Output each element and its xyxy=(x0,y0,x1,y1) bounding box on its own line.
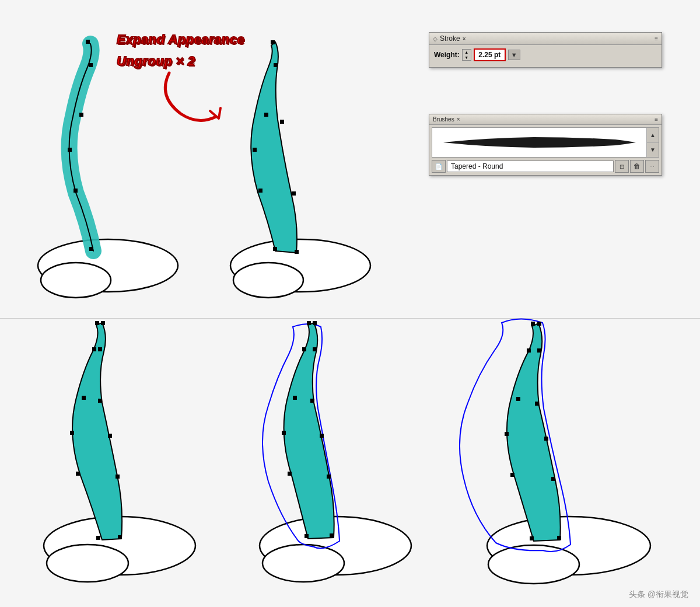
svg-rect-6 xyxy=(74,189,78,193)
svg-rect-50 xyxy=(537,322,541,326)
svg-rect-7 xyxy=(89,247,93,251)
svg-rect-41 xyxy=(282,431,286,435)
brush-options-button[interactable]: ⊡ xyxy=(615,160,629,173)
svg-rect-44 xyxy=(327,475,331,479)
svg-rect-54 xyxy=(535,402,539,406)
brush-trash-icon: 🗑 xyxy=(634,162,640,170)
brushes-panel: Brushes × ≡ ▲ ▼ 📄 Tapered - Rou xyxy=(429,114,662,176)
svg-rect-36 xyxy=(313,321,317,325)
svg-rect-43 xyxy=(288,472,292,476)
brush-preview-area: ▲ ▼ xyxy=(432,127,659,158)
top-left-illustration xyxy=(18,35,187,309)
stroke-panel: ◇ Stroke × ≡ Weight: ▲ ▼ 2.25 pt ▼ xyxy=(429,32,662,68)
svg-rect-3 xyxy=(89,63,93,67)
stroke-panel-titlebar: ◇ Stroke × ≡ xyxy=(429,33,662,45)
brush-more-icon: ··· xyxy=(649,164,655,169)
weight-value-display[interactable]: 2.25 pt xyxy=(474,48,506,61)
svg-rect-22 xyxy=(101,321,105,325)
stroke-panel-close-icon[interactable]: × xyxy=(463,36,466,42)
svg-rect-11 xyxy=(274,63,278,67)
stroke-panel-body: Weight: ▲ ▼ 2.25 pt ▼ xyxy=(429,45,662,67)
weight-spinner-down[interactable]: ▼ xyxy=(463,55,471,60)
brush-name-display: Tapered - Round xyxy=(447,161,614,172)
svg-rect-31 xyxy=(96,536,100,540)
svg-rect-56 xyxy=(544,437,548,441)
svg-rect-37 xyxy=(302,347,306,351)
stroke-panel-menu-icon[interactable]: ≡ xyxy=(654,36,658,42)
svg-rect-29 xyxy=(76,472,80,476)
svg-rect-59 xyxy=(530,536,534,540)
svg-rect-25 xyxy=(82,396,86,400)
svg-rect-58 xyxy=(551,477,555,481)
svg-point-34 xyxy=(262,545,344,582)
brush-dots-button[interactable]: ··· xyxy=(645,160,659,173)
svg-rect-39 xyxy=(293,396,297,400)
svg-rect-26 xyxy=(98,399,102,403)
brush-new-button[interactable]: 📄 xyxy=(432,160,446,173)
brush-scroll-up-button[interactable]: ▲ xyxy=(647,128,659,143)
weight-spinner[interactable]: ▲ ▼ xyxy=(462,49,471,61)
svg-rect-12 xyxy=(264,113,268,117)
svg-rect-23 xyxy=(92,347,96,351)
svg-rect-40 xyxy=(310,399,314,403)
svg-rect-32 xyxy=(118,535,122,539)
brushes-panel-titlebar: Brushes × ≡ xyxy=(429,114,662,125)
svg-rect-35 xyxy=(307,321,311,325)
stroke-panel-title: Stroke xyxy=(440,34,460,43)
svg-rect-24 xyxy=(98,347,102,351)
svg-rect-57 xyxy=(510,473,514,477)
svg-rect-18 xyxy=(295,250,299,254)
svg-rect-45 xyxy=(304,534,309,538)
svg-rect-60 xyxy=(557,536,561,540)
stroke-weight-row: Weight: ▲ ▼ 2.25 pt ▼ xyxy=(434,48,657,61)
brushes-panel-body: ▲ ▼ 📄 Tapered - Round ⊡ 🗑 ··· xyxy=(429,125,662,175)
svg-rect-28 xyxy=(108,434,112,438)
svg-point-1 xyxy=(41,263,111,298)
svg-rect-15 xyxy=(273,247,277,251)
svg-point-20 xyxy=(47,545,128,582)
brush-name-row: 📄 Tapered - Round ⊡ 🗑 ··· xyxy=(432,160,659,173)
bottom-middle-illustration xyxy=(228,318,426,592)
svg-rect-14 xyxy=(258,189,262,193)
brushes-panel-title: Brushes xyxy=(433,116,454,123)
brush-page-icon: 📄 xyxy=(435,163,442,170)
svg-rect-51 xyxy=(527,348,531,353)
brush-scroll-down-button[interactable]: ▼ xyxy=(647,143,659,158)
svg-rect-53 xyxy=(516,397,520,401)
bottom-right-illustration xyxy=(443,318,665,592)
svg-rect-52 xyxy=(537,348,541,353)
svg-rect-13 xyxy=(253,148,257,152)
svg-rect-55 xyxy=(505,432,509,436)
brushes-panel-close-icon[interactable]: × xyxy=(457,116,460,123)
brush-options-icon: ⊡ xyxy=(620,163,624,170)
brushes-panel-menu-icon[interactable]: ≡ xyxy=(654,116,658,123)
svg-rect-4 xyxy=(79,113,83,117)
svg-rect-49 xyxy=(531,322,535,326)
svg-rect-42 xyxy=(320,434,324,438)
svg-rect-10 xyxy=(271,40,275,44)
stroke-weight-label: Weight: xyxy=(434,51,460,59)
svg-rect-27 xyxy=(70,431,74,435)
svg-rect-46 xyxy=(330,533,334,538)
bottom-left-illustration xyxy=(12,318,210,592)
brush-stroke-preview xyxy=(432,128,647,157)
svg-rect-21 xyxy=(95,321,99,325)
top-right-illustration xyxy=(210,35,379,309)
svg-rect-17 xyxy=(280,120,284,124)
watermark: 头条 @衔果视觉 xyxy=(629,589,688,600)
brush-delete-button[interactable]: 🗑 xyxy=(630,160,644,173)
weight-dropdown-button[interactable]: ▼ xyxy=(508,50,520,60)
svg-point-9 xyxy=(233,263,303,298)
svg-rect-5 xyxy=(68,148,72,152)
svg-rect-16 xyxy=(292,191,296,196)
brush-scroll-buttons: ▲ ▼ xyxy=(647,128,659,157)
weight-spinner-up[interactable]: ▲ xyxy=(463,50,471,55)
svg-rect-30 xyxy=(116,475,120,479)
svg-rect-2 xyxy=(86,40,90,44)
stroke-panel-diamond-icon: ◇ xyxy=(433,36,438,42)
brush-preview-svg xyxy=(440,130,639,155)
svg-rect-38 xyxy=(313,347,317,351)
